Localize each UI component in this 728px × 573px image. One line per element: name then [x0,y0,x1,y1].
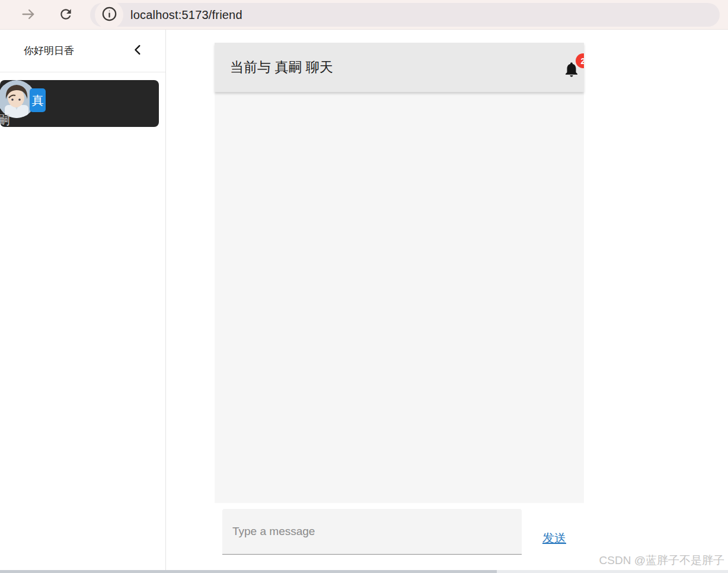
forward-button[interactable] [18,5,39,25]
info-icon [101,6,117,24]
reload-icon [58,7,74,24]
friend-list-item[interactable]: 真 嗣 [0,80,159,127]
sidebar-header: 你好明日香 [0,30,165,72]
messages-area [215,92,584,503]
chevron-left-icon [132,43,145,58]
message-compose-bar: 发送 [215,503,584,573]
sidebar: 你好明日香 真 嗣 [0,30,166,573]
friend-name-trailing-char: 嗣 [0,113,10,126]
forward-arrow-icon [20,6,37,24]
chat-title: 当前与 真嗣 聊天 [230,43,333,92]
csdn-watermark: CSDN @蓝胖子不是胖子 [599,553,724,568]
notification-bell-button[interactable]: 2 [561,57,583,81]
sidebar-greeting: 你好明日香 [24,44,74,58]
horizontal-scrollbar-thumb[interactable] [0,570,497,573]
browser-toolbar: localhost:5173/friend [0,0,728,30]
collapse-sidebar-button[interactable] [130,43,146,59]
chat-header: 当前与 真嗣 聊天 2 [215,43,584,92]
page-info-button[interactable] [95,1,123,29]
reload-button[interactable] [56,5,76,25]
url-text: localhost:5173/friend [130,0,242,30]
friend-name-selected-char: 真 [30,88,46,112]
horizontal-scrollbar-track [0,570,728,573]
message-input[interactable] [222,509,522,555]
chat-panel: 当前与 真嗣 聊天 2 发送 [215,43,584,573]
send-button[interactable]: 发送 [542,530,566,546]
